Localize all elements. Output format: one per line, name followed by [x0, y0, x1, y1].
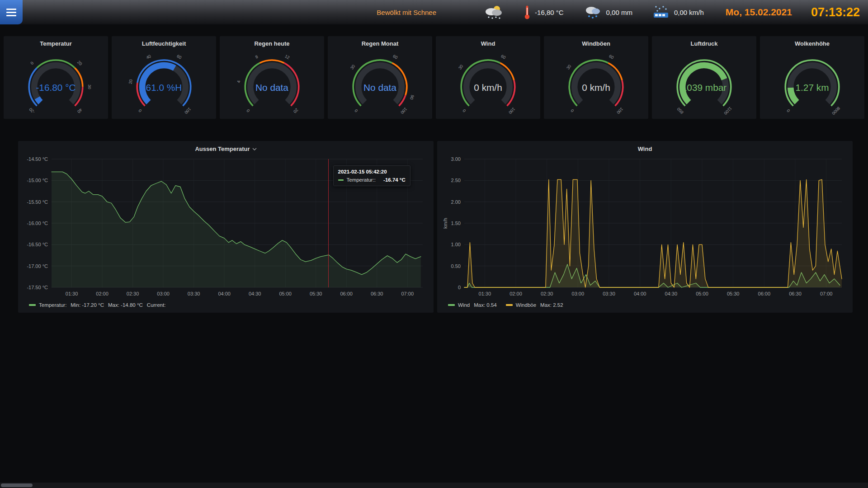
x-axis-tick-label: 07:00	[820, 291, 833, 296]
gauge-tick-label: 100	[184, 107, 192, 115]
gauge-value: -16.80 °C	[36, 82, 75, 93]
x-axis-tick-label: 03:30	[188, 291, 200, 296]
x-axis-tick-label: 06:30	[789, 291, 802, 296]
menu-button[interactable]	[0, 0, 23, 24]
gauge-tick-label: 100	[508, 107, 516, 115]
temperature-chart-plot[interactable]: 01:3002:0002:3003:0003:3004:0004:3005:00…	[23, 155, 429, 299]
wind-chart-title[interactable]: Wind	[638, 145, 652, 154]
x-axis-tick-label: 04:30	[665, 291, 678, 296]
gauge-panel-luftdruck: Luftdruck85011001039 mbar	[652, 36, 756, 119]
gauge-tick-label: 12	[284, 54, 290, 60]
legend-item[interactable]: Temperatur:Min: -17.20 °CMax: -14.80 °CC…	[29, 302, 165, 308]
y-axis-tick-label: -15.00 °C	[27, 178, 48, 183]
y-axis-tick-label: 1.00	[451, 242, 461, 247]
gauge-panel-title[interactable]: Windböen	[582, 39, 610, 48]
gauge-chart: 080001.27 km	[760, 48, 864, 119]
gauge-value: No data	[255, 82, 288, 93]
y-axis-tick-label: -14.50 °C	[27, 156, 48, 162]
x-axis-tick-label: 06:30	[371, 291, 383, 296]
temperature-chart-panel: Aussen Temperatur 01:3002:0002:3003:0003…	[18, 141, 434, 313]
gauge-value: No data	[363, 82, 396, 93]
gauge-panel-windb-en: Windböen030601000 km/h	[544, 36, 648, 119]
header-temperature-value: -16,80 °C	[535, 9, 564, 16]
gauge-tick-label: 60	[608, 54, 614, 60]
y-axis-tick-label: -17.50 °C	[27, 285, 48, 290]
gauge-tick-label: 60	[176, 54, 182, 60]
gauge-panel-title[interactable]: Wolkenhöhe	[795, 39, 830, 48]
y-axis-tick-label: 0.50	[451, 263, 461, 269]
header-temperature-group: -16,80 °C	[524, 5, 564, 19]
legend-series-swatch	[448, 304, 455, 306]
gauge-value: 0 km/h	[474, 82, 502, 93]
gauge-tick-label: -20	[28, 107, 36, 115]
gauge-tick-label: 0	[138, 108, 143, 113]
legend-series-stat: Current:	[147, 302, 166, 308]
gauge-tick-label: 0	[462, 108, 467, 113]
y-axis-tick-label: -16.00 °C	[27, 221, 48, 226]
top-header-bar: Bewölkt mit Schnee -16,80 °C 0,00 mm	[0, 0, 868, 24]
charts-row: Aussen Temperatur 01:3002:0002:3003:0003…	[18, 141, 853, 313]
gauge-panel-title[interactable]: Regen heute	[254, 39, 289, 48]
y-axis-tick-label: -16.50 °C	[27, 242, 48, 247]
weather-condition-text: Bewölkt mit Schnee	[377, 9, 436, 16]
x-axis-tick-label: 02:00	[96, 291, 108, 296]
gauge-panel-title[interactable]: Wind	[481, 39, 495, 48]
gauge-tick-label: 60	[392, 54, 398, 60]
gauge-panel-title[interactable]: Luftfeuchtigkeit	[142, 39, 186, 48]
x-axis-tick-label: 02:30	[127, 291, 139, 296]
chevron-down-icon[interactable]	[252, 148, 257, 150]
gauge-chart: 85011001039 mbar	[652, 48, 756, 119]
gauge-tick-label: 40	[76, 108, 83, 114]
thermometer-icon	[524, 5, 530, 19]
wind-snow-gauge-icon	[652, 5, 670, 19]
gauge-tick-label: 8000	[831, 106, 841, 116]
x-axis-tick-label: 07:00	[401, 291, 414, 296]
gauge-panel-temperatur: Temperatur-200203040-16.80 °C	[4, 36, 108, 119]
gauge-chart: 020406010061.0 %H	[112, 48, 216, 119]
gauge-tick-label: 0	[354, 108, 359, 113]
x-axis-tick-label: 06:00	[758, 291, 771, 296]
temperature-chart-title[interactable]: Aussen Temperatur	[195, 145, 250, 154]
horizontal-scrollbar-thumb[interactable]	[1, 483, 33, 487]
y-axis-tick-label: 0	[458, 285, 461, 290]
legend-series-swatch	[506, 304, 513, 306]
wind-chart-plot[interactable]: 01:3002:0002:3003:0003:3004:0004:3005:00…	[442, 155, 848, 299]
gauge-tick-label: 0	[30, 61, 35, 66]
line-chart: 01:3002:0002:3003:0003:3004:0004:3005:00…	[23, 155, 429, 299]
gauge-panel-wind: Wind030601000 km/h	[436, 36, 540, 119]
legend-series-stat: Max: -14.80 °C	[108, 302, 143, 308]
legend-item[interactable]: WindböeMax: 2.52	[506, 302, 563, 308]
gauge-tick-label: 0	[570, 108, 575, 113]
gauge-chart: 030601000 km/h	[436, 48, 540, 119]
legend-series-label: Wind	[458, 302, 470, 308]
gauge-panel-regen-heute: Regen heute0481220No data	[220, 36, 324, 119]
legend-series-stat: Max: 0.54	[474, 302, 497, 308]
legend-series-label: Temperatur:	[39, 302, 66, 308]
header-clock: 07:13:22	[811, 5, 860, 19]
gauge-value: 1039 mbar	[682, 82, 726, 93]
y-axis-tick-label: 2.50	[451, 178, 461, 183]
gauge-value: 0 km/h	[582, 82, 610, 93]
gauge-chart: 0306090100No data	[328, 48, 432, 119]
x-axis-tick-label: 05:00	[279, 291, 292, 296]
gauge-tick-label: 30	[458, 64, 464, 70]
header-rain-group: 0,00 mm	[584, 5, 632, 19]
y-axis-title: km/h	[443, 218, 448, 229]
gauge-tick-label: 1100	[723, 106, 732, 115]
header-rain-value: 0,00 mm	[606, 9, 632, 16]
gauge-panel-title[interactable]: Regen Monat	[362, 39, 399, 48]
x-axis-tick-label: 03:30	[603, 291, 615, 296]
gauge-panel-wolkenh-he: Wolkenhöhe080001.27 km	[760, 36, 864, 119]
gauge-value: 1.27 km	[796, 82, 829, 93]
x-axis-tick-label: 03:00	[157, 291, 170, 296]
y-axis-tick-label: -15.50 °C	[27, 199, 48, 205]
gauge-tick-label: 0	[246, 108, 251, 113]
gauge-tick-label: 60	[500, 54, 506, 60]
wind-chart-legend: WindMax: 0.54WindböeMax: 2.52	[442, 299, 848, 311]
horizontal-scrollbar	[0, 483, 868, 488]
legend-item[interactable]: WindMax: 0.54	[448, 302, 497, 308]
gauge-panel-title[interactable]: Temperatur	[40, 39, 72, 48]
gauge-chart: 030601000 km/h	[544, 48, 648, 119]
gauge-panel-title[interactable]: Luftdruck	[691, 39, 718, 48]
x-axis-tick-label: 05:30	[310, 291, 322, 296]
